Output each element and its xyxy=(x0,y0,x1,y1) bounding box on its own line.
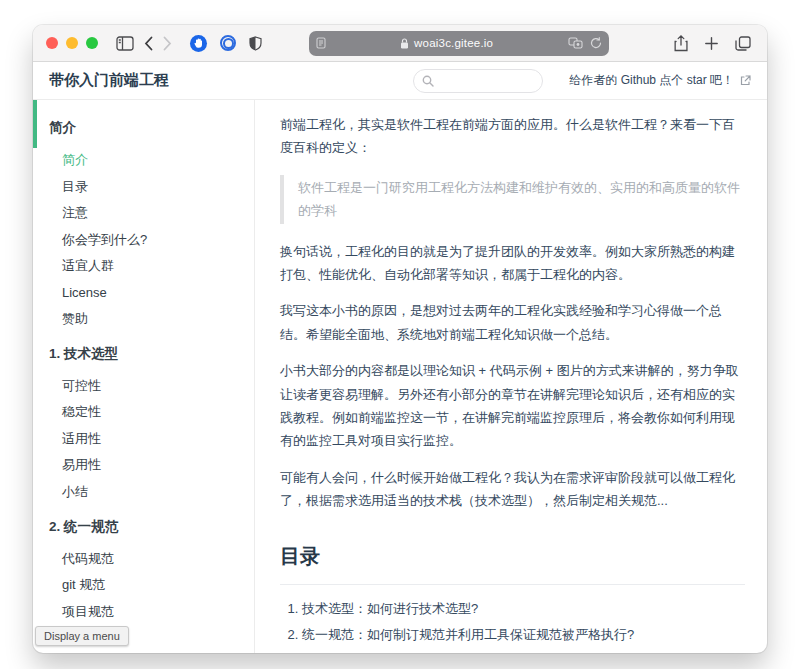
sidebar-item-intro[interactable]: 简介 xyxy=(33,151,254,169)
traffic-lights xyxy=(46,37,98,49)
shield-extension-icon[interactable] xyxy=(249,36,262,51)
new-tab-button[interactable] xyxy=(705,37,718,50)
main-content: 前端工程化，其实是软件工程在前端方面的应用。什么是软件工程？来看一下百度百科的定… xyxy=(255,100,767,653)
address-bar[interactable]: woai3c.gitee.io xyxy=(309,31,609,56)
extensions-group xyxy=(190,35,262,52)
page-body: 简介 简介 目录 注意 你会学到什么? 适宜人群 License 赞助 1. 技… xyxy=(33,100,767,653)
search-input[interactable] xyxy=(439,74,529,88)
toolbar-right-group xyxy=(674,35,754,52)
paragraph-when: 可能有人会问，什么时候开始做工程化？我认为在需求评审阶段就可以做工程化了，根据需… xyxy=(280,466,745,513)
share-icon[interactable] xyxy=(674,35,688,52)
zoom-window-button[interactable] xyxy=(86,37,98,49)
sidebar-item-project-standard[interactable]: 项目规范 xyxy=(33,603,254,621)
tab-overview-icon[interactable] xyxy=(735,36,751,51)
site-header: 带你入门前端工程 给作者的 Github 点个 star 吧！ xyxy=(33,62,767,100)
sidebar-item-audience[interactable]: 适宜人群 xyxy=(33,257,254,275)
browser-toolbar: woai3c.gitee.io xyxy=(33,25,767,62)
paragraph-format: 小书大部分的内容都是以理论知识 + 代码示例 + 图片的方式来讲解的，努力争取让… xyxy=(280,359,745,453)
lock-icon xyxy=(400,38,409,49)
safari-window: woai3c.gitee.io xyxy=(33,25,767,653)
search-box[interactable] xyxy=(413,69,543,93)
sidebar-item-sponsor[interactable]: 赞助 xyxy=(33,310,254,328)
sidebar-item-stability[interactable]: 稳定性 xyxy=(33,403,254,421)
sidebar-section-standards[interactable]: 2. 统一规范 xyxy=(33,513,254,541)
paragraph-reason: 我写这本小书的原因，是想对过去两年的工程化实践经验和学习心得做一个总结。希望能全… xyxy=(280,299,745,346)
sidebar-toggle-icon[interactable] xyxy=(116,36,134,51)
rings-extension-icon[interactable] xyxy=(220,35,236,51)
toc-item[interactable]: 前端组件化：什么是模块化、组件化? xyxy=(302,651,745,653)
toc-item[interactable]: 技术选型：如何进行技术选型? xyxy=(302,599,745,620)
search-icon xyxy=(422,75,434,87)
hand-blocker-extension-icon[interactable] xyxy=(190,35,207,52)
sidebar-item-what-you-learn[interactable]: 你会学到什么? xyxy=(33,231,254,249)
sidebar-section-tech-selection[interactable]: 1. 技术选型 xyxy=(33,340,254,368)
sidebar-item-git-standard[interactable]: git 规范 xyxy=(33,576,254,594)
github-star-label: 给作者的 Github 点个 star 吧！ xyxy=(569,72,734,89)
github-star-link[interactable]: 给作者的 Github 点个 star 吧！ xyxy=(569,72,751,89)
toc-item[interactable]: 统一规范：如何制订规范并利用工具保证规范被严格执行? xyxy=(302,625,745,646)
external-link-icon xyxy=(740,75,751,86)
display-menu-tooltip: Display a menu xyxy=(35,626,129,646)
sidebar-item-notice[interactable]: 注意 xyxy=(33,204,254,222)
paragraph-purpose: 换句话说，工程化的目的就是为了提升团队的开发效率。例如大家所熟悉的构建打包、性能… xyxy=(280,240,745,287)
forward-button[interactable] xyxy=(163,36,172,51)
reader-icon[interactable] xyxy=(316,37,326,49)
minimize-window-button[interactable] xyxy=(66,37,78,49)
close-window-button[interactable] xyxy=(46,37,58,49)
paragraph-intro: 前端工程化，其实是软件工程在前端方面的应用。什么是软件工程？来看一下百度百科的定… xyxy=(280,113,745,160)
sidebar-item-license[interactable]: License xyxy=(33,284,254,302)
back-button[interactable] xyxy=(144,36,153,51)
url-text: woai3c.gitee.io xyxy=(414,37,493,49)
sidebar-item-toc[interactable]: 目录 xyxy=(33,178,254,196)
sidebar-item-controllability[interactable]: 可控性 xyxy=(33,377,254,395)
reload-icon[interactable] xyxy=(590,37,602,49)
sidebar-section-intro[interactable]: 简介 xyxy=(33,114,254,142)
sidebar-active-indicator xyxy=(33,100,37,148)
sidebar-item-applicability[interactable]: 适用性 xyxy=(33,430,254,448)
sidebar-item-code-standard[interactable]: 代码规范 xyxy=(33,550,254,568)
sidebar-item-summary-1[interactable]: 小结 xyxy=(33,483,254,501)
page-title[interactable]: 带你入门前端工程 xyxy=(49,71,169,90)
definition-blockquote: 软件工程是一门研究用工程化方法构建和维护有效的、实用的和高质量的软件的学科 xyxy=(280,175,745,224)
toc-heading: 目录 xyxy=(280,538,745,585)
sidebar-item-usability[interactable]: 易用性 xyxy=(33,456,254,474)
translate-settings-icon[interactable] xyxy=(568,37,583,49)
sidebar-nav: 简介 简介 目录 注意 你会学到什么? 适宜人群 License 赞助 1. 技… xyxy=(33,100,255,653)
toc-list: 技术选型：如何进行技术选型? 统一规范：如何制订规范并利用工具保证规范被严格执行… xyxy=(280,599,745,653)
